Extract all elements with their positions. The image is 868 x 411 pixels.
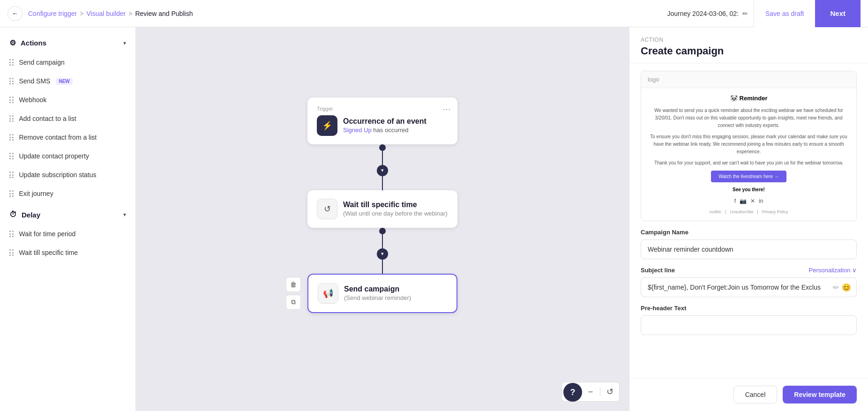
breadcrumb-sep1: > [80, 10, 83, 17]
sidebar-item-label: Add contact to a list [19, 115, 76, 122]
right-panel-header: Action Create campaign [629, 27, 868, 63]
zoom-out-button[interactable]: − [583, 384, 598, 399]
delay-label: Delay [22, 211, 40, 219]
email-footer-links: Aodrtc | Unsubscribe | Privacy Policy [647, 209, 851, 216]
sidebar-item-label: Remove contact from a list [19, 134, 97, 141]
flow-container: Trigger ⚡ Occurrence of an event Signed … [307, 97, 457, 313]
copy-node-button[interactable]: ⧉ [286, 295, 301, 310]
right-panel-title: Create campaign [641, 45, 857, 57]
campaign-header: 📢 Send campaign (Send webinar reminder) [318, 283, 447, 304]
canvas-content: Trigger ⚡ Occurrence of an event Signed … [136, 27, 629, 411]
campaign-node[interactable]: 🗑 ⧉ 📢 Send campaign (Send webinar remind… [307, 274, 457, 313]
wait-node[interactable]: ↺ Wait till specific time (Wait until on… [307, 190, 457, 228]
email-preview-title: 🐼 Reminder [647, 94, 851, 103]
connector-chevron-2[interactable]: ▾ [377, 248, 388, 260]
email-body-text3: Thank you for your support, and we can't… [647, 159, 851, 167]
reminder-icon: 🐼 [730, 94, 738, 103]
actions-section-title: ⚙ Actions [9, 38, 46, 47]
delete-node-button[interactable]: 🗑 [286, 277, 301, 292]
drag-handle [9, 59, 14, 66]
wait-title: Wait till specific time [343, 201, 448, 209]
personalization-link[interactable]: Personalization ∨ [809, 267, 857, 274]
sidebar-item-label: Update subscription status [19, 171, 97, 179]
sidebar-item-remove-contact[interactable]: Remove contact from a list [0, 128, 135, 147]
connector-2: ▾ [377, 228, 388, 274]
right-panel-body: logo 🐼 Reminder We wanted to send you a … [629, 63, 868, 378]
node-action-icons: 🗑 ⧉ [286, 277, 301, 310]
delay-chevron: ▾ [123, 211, 126, 218]
wait-subtitle: (Wait until one day before the webinar) [343, 210, 448, 217]
back-button[interactable]: ← [7, 6, 22, 21]
breadcrumb-step2[interactable]: Visual builder [86, 10, 126, 17]
actions-chevron: ▾ [123, 40, 126, 46]
campaign-subtitle: (Send webinar reminder) [344, 294, 411, 301]
drag-handle [9, 97, 14, 103]
sidebar-item-label: Exit journey [19, 190, 53, 197]
right-panel-footer: Cancel Review template [629, 378, 868, 411]
breadcrumb-sep2: > [128, 10, 132, 17]
sidebar-item-label: Wait till specific time [19, 249, 78, 256]
social-x: ✕ [750, 197, 755, 205]
connector-line-2b [382, 260, 383, 274]
canvas-area[interactable]: Trigger ⚡ Occurrence of an event Signed … [136, 27, 629, 411]
review-template-button[interactable]: Review template [783, 386, 857, 404]
sidebar-item-wait-period[interactable]: Wait for time period [0, 224, 135, 243]
delay-section-header[interactable]: ⏱ Delay ▾ [0, 207, 135, 223]
connector-dot-1 [379, 144, 386, 151]
help-button[interactable]: ? [563, 383, 582, 402]
trigger-label: Trigger [317, 106, 448, 112]
actions-section-header[interactable]: ⚙ Actions ▾ [0, 35, 135, 51]
drag-handle [9, 115, 14, 122]
edit-icon[interactable]: ✏ [833, 283, 839, 292]
next-button[interactable]: Next [815, 0, 861, 27]
edit-icon[interactable]: ✏ [742, 10, 748, 17]
sidebar-item-add-contact[interactable]: Add contact to a list [0, 109, 135, 128]
footer-sep-1: | [725, 209, 726, 216]
delay-icon: ⏱ [9, 210, 17, 219]
journey-title-area: Journey 2024-03-06, 02: ✏ [667, 10, 748, 17]
sidebar-item-exit-journey[interactable]: Exit journey [0, 184, 135, 203]
back-icon: ← [12, 10, 18, 17]
sidebar: ⚙ Actions ▾ Send campaign Send SMS NEW [0, 27, 136, 411]
cancel-button[interactable]: Cancel [733, 386, 778, 404]
drag-handle [9, 190, 14, 197]
wait-icon-glyph: ↺ [324, 204, 331, 214]
connector-line-2 [382, 234, 383, 248]
connector-line-1 [382, 151, 383, 165]
footer-sep-2: | [757, 209, 758, 216]
sidebar-item-webhook[interactable]: Webhook [0, 90, 135, 109]
sidebar-item-update-subscription[interactable]: Update subscription status [0, 165, 135, 184]
sidebar-item-send-sms[interactable]: Send SMS NEW [0, 72, 135, 90]
right-panel: Action Create campaign logo 🐼 Reminder W… [629, 27, 868, 411]
wait-icon: ↺ [317, 199, 337, 219]
reminder-title: Reminder [740, 94, 768, 103]
trigger-node[interactable]: Trigger ⚡ Occurrence of an event Signed … [307, 97, 457, 144]
campaign-name-input[interactable] [641, 239, 857, 259]
pre-header-input[interactable] [641, 315, 857, 335]
sidebar-item-send-campaign[interactable]: Send campaign [0, 53, 135, 72]
reset-view-button[interactable]: ↺ [602, 384, 617, 399]
main-layout: ⚙ Actions ▾ Send campaign Send SMS NEW [0, 27, 868, 411]
sidebar-item-update-contact[interactable]: Update contact property [0, 147, 135, 165]
trigger-more-button[interactable]: ⋯ [442, 104, 451, 114]
canvas-separator-2 [600, 387, 600, 396]
subject-input[interactable] [641, 277, 857, 297]
breadcrumb-step1[interactable]: Configure trigger [28, 10, 77, 17]
emoji-icon[interactable]: 😊 [842, 283, 851, 292]
subject-line-label: Subject line [641, 267, 675, 274]
drag-handle [9, 231, 14, 237]
subject-row-label: Subject line Personalization ∨ [641, 267, 857, 274]
connector-line-1b [382, 176, 383, 190]
topbar: ← Configure trigger > Visual builder > R… [0, 0, 868, 27]
trigger-title: Occurrence of an event [343, 117, 427, 126]
save-draft-button[interactable]: Save as draft [754, 0, 816, 27]
topbar-actions: Save as draft Next [754, 0, 861, 27]
social-li: in [759, 197, 763, 205]
connector-dot-2 [379, 228, 386, 234]
sidebar-item-wait-specific[interactable]: Wait till specific time [0, 243, 135, 262]
campaign-icon-glyph: 📢 [323, 288, 333, 299]
social-fb: f [734, 197, 736, 205]
connector-chevron-1[interactable]: ▾ [377, 165, 388, 176]
campaign-icon: 📢 [318, 283, 338, 304]
email-preview-body: 🐼 Reminder We wanted to send you a quick… [641, 88, 856, 221]
